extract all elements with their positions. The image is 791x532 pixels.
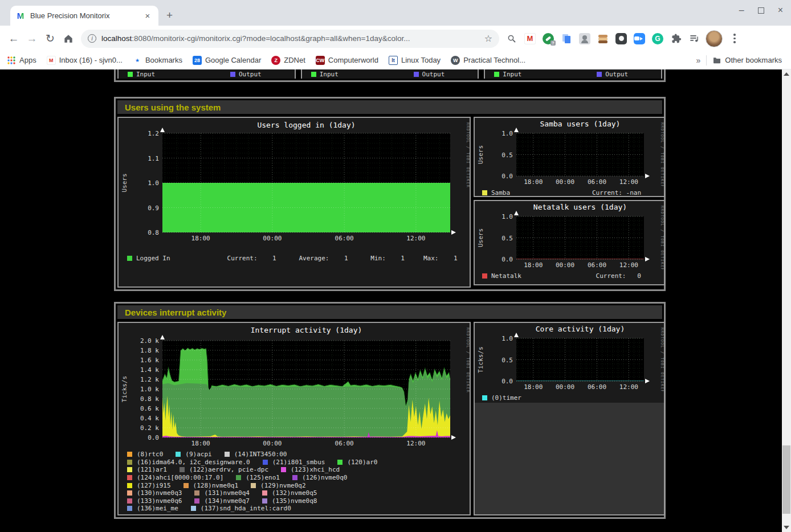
search-icon[interactable] [506,33,517,44]
svg-text:12:00: 12:00 [406,235,425,242]
samba-ylabel: Users [477,145,484,164]
partial-graph-cell[interactable]: InputOutput [117,69,296,79]
copy-icon[interactable] [561,33,572,44]
netatalk-ylabel: Users [477,228,484,247]
svg-text:0.0: 0.0 [501,378,513,385]
legend-color-swatch [482,273,487,279]
samba-users-graph[interactable]: 0.00.51.018:0000:0006:0012:00Samba users… [474,117,665,197]
forward-button[interactable]: → [23,30,41,48]
zoom-icon[interactable] [634,33,645,44]
bookmark-label: Apps [19,56,36,64]
bookmark-item-linux-today[interactable]: ltLinux Today [389,56,441,65]
interrupt-legend-item: (127)i915 [127,482,171,489]
legend-label: (130)nvme0q3 [137,489,182,497]
bookmarks-bar: AppsMInbox (16) - sjvn0...★Bookmarks28Go… [0,51,791,69]
svg-text:1.2 k: 1.2 k [140,376,159,383]
window-minimize-button[interactable]: – [739,5,744,15]
interrupt-legend-row: (130)nvme0q3(131)nvme0q4(132)nvme0q5 [127,489,470,497]
legend-label: (123)xhci_hcd [291,466,340,473]
input-color-swatch [128,72,133,77]
back-button[interactable]: ← [5,30,23,48]
svg-text:1.0: 1.0 [501,130,513,137]
legend-series-name: (0)timer [491,394,521,402]
puzzle-icon[interactable] [670,33,682,44]
linuxtoday-icon[interactable]: lt [389,56,398,65]
scroll-down-arrow-icon[interactable] [782,523,791,532]
scrollbar-thumb[interactable] [782,445,790,514]
users-section: Users using the system 0.80.91.01.11.218… [114,97,666,291]
svg-text:00:00: 00:00 [263,235,282,242]
window-close-button[interactable]: × [778,5,783,15]
bookmark-item-apps[interactable]: Apps [7,56,36,65]
legend-color-swatch [184,483,189,488]
bookmark-item-bookmarks[interactable]: ★Bookmarks [133,56,182,65]
profile-avatar[interactable] [706,30,723,47]
url-text[interactable]: localhost:8080/monitorix-cgi/monitorix.c… [101,34,484,43]
music-queue-icon[interactable] [688,33,700,44]
other-bookmarks-folder[interactable]: Other bookmarks [712,56,782,65]
netatalk-users-graph[interactable]: 0.00.51.018:0000:0006:0012:00Netatalk us… [474,200,665,285]
bookmarks-overflow-chevron[interactable]: » [696,56,701,65]
grammarly-icon[interactable]: G [652,33,663,44]
vertical-scrollbar[interactable] [782,69,791,532]
zdnet-icon[interactable]: Z [271,56,280,65]
window-maximize-button[interactable] [758,7,764,14]
interrupt-legend-row: (127)i915(128)nvme0q1(129)nvme0q2 [127,481,470,489]
page-info-icon[interactable]: i [88,34,96,43]
interrupt-legend-row: (121)ar1(122)aerdrv, pcie-dpc(123)xhci_h… [127,466,470,474]
extensions-row: M?G [506,33,700,44]
gmail-icon[interactable]: M [47,56,56,65]
home-button[interactable] [59,30,78,48]
apps-grid-icon[interactable] [7,56,16,65]
browser-tab[interactable]: M Blue Precision Monitorix × [10,6,158,26]
legend-label: (137)snd_hda_intel:card0 [201,505,291,512]
input-color-swatch [494,72,499,77]
wordpress-icon[interactable]: W [451,56,460,65]
interrupt-chart-svg: 0.00.2 k0.4 k0.6 k0.8 k1.0 k1.2 k1.4 k1.… [119,323,470,445]
legend-label: (125)eno1 [246,474,280,481]
new-tab-button[interactable]: + [166,9,173,22]
star-icon[interactable]: ★ [133,56,142,65]
input-label: Input [136,71,155,78]
bookmark-item-practical-technol[interactable]: WPractical Technol... [451,56,525,65]
users-logged-in-graph[interactable]: 0.80.91.01.11.218:0000:0006:0012:00Users… [117,117,471,288]
books-stack-icon[interactable] [597,33,609,44]
legend-label: (14)INT3450:00 [234,451,287,458]
input-legend: Input [494,71,521,78]
gmail-icon[interactable]: M [524,33,536,44]
partial-graph-cell[interactable]: InputOutput [301,69,479,79]
svg-text:1.0: 1.0 [148,179,159,187]
interrupt-legend-item: (21)i801_smbus [263,459,325,466]
browser-menu-icon[interactable] [729,34,740,43]
legend-color-swatch [262,490,267,496]
legend-color-swatch [262,498,267,504]
bookmark-item-inbox-16-sjvn0[interactable]: MInbox (16) - sjvn0... [47,56,123,65]
scroll-up-arrow-icon[interactable] [782,69,791,79]
url-path: :8080/monitorix-cgi/monitorix.cgi?mode=l… [132,34,410,43]
interrupt-legend-row: (8)rtc0(9)acpi(14)INT3450:00 [127,451,470,459]
tab-close-icon[interactable]: × [142,11,153,21]
bookmark-item-google-calendar[interactable]: 28Google Calendar [193,56,261,65]
bookmark-label: Practical Technol... [463,56,525,64]
reload-button[interactable]: ↻ [41,30,59,48]
voice-icon[interactable]: ? [543,33,554,44]
core-activity-graph[interactable]: 0.00.51.018:0000:0006:0012:00Core activi… [474,322,665,515]
partial-graph-cell[interactable]: InputOutput [484,69,662,79]
bookmark-item-zdnet[interactable]: ZZDNet [271,56,305,65]
output-legend: Output [597,71,628,78]
legend-label: (131)nvme0q4 [204,489,249,497]
computerworld-icon[interactable]: CW [316,56,325,65]
calendar-icon[interactable]: 28 [193,56,202,65]
interrupt-activity-graph[interactable]: 0.00.2 k0.4 k0.6 k0.8 k1.0 k1.2 k1.4 k1.… [117,322,471,515]
bookmark-star-icon[interactable]: ☆ [484,33,492,44]
svg-text:0.5: 0.5 [501,235,513,242]
address-bar[interactable]: i localhost:8080/monitorix-cgi/monitorix… [81,30,499,48]
bulb-icon[interactable] [615,33,627,44]
bookmark-item-computerworld[interactable]: CWComputerworld [316,56,378,65]
person-extension-icon[interactable] [579,33,590,44]
browser-toolbar: ← → ↻ i localhost:8080/monitorix-cgi/mon… [0,26,791,51]
legend-stats: Current: -nan [592,189,641,197]
interrupt-legend-item: (121)ar1 [127,466,167,473]
legend-series: (0)timer [482,394,521,402]
interrupt-legend-item: (137)snd_hda_intel:card0 [191,505,291,512]
